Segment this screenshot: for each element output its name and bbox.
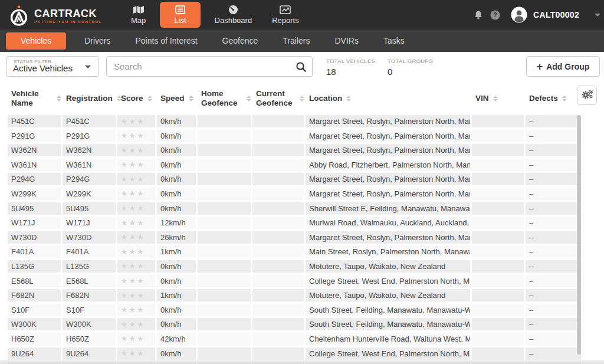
cell-vin <box>472 202 524 215</box>
cell-home-geofence <box>198 231 251 244</box>
score-empty-stars-icon: ★★★ <box>121 190 145 197</box>
notifications-bell-icon[interactable] <box>474 10 483 20</box>
cell-vehicle-name: W730D <box>8 231 61 244</box>
nav-dashboard[interactable]: Dashboard <box>209 0 258 29</box>
cell-vin <box>472 231 524 244</box>
tab-dvirs-label: DVIRs <box>334 36 358 45</box>
vertical-scrollbar[interactable] <box>577 115 581 355</box>
cartrack-app: CARTRACK PUTTING YOU IN CONTROL Map List <box>0 0 604 364</box>
table-row[interactable]: W730DW730D★★★26km/hMargaret Street, Rosl… <box>8 231 581 244</box>
cell-current-geofence <box>252 188 304 200</box>
sort-icon[interactable] <box>300 96 304 101</box>
sort-icon[interactable] <box>346 96 351 101</box>
tab-points-of-interest-label: Points of Interest <box>136 36 198 45</box>
column-header-home-geofence[interactable]: Home Geofence <box>198 89 252 108</box>
tab-geofence[interactable]: Geofence <box>210 32 271 50</box>
table-row[interactable]: W361NW361N★★★0km/hAbby Road, Fitzherbert… <box>8 159 581 171</box>
cell-home-geofence <box>198 217 251 229</box>
sort-icon[interactable] <box>189 96 193 101</box>
sort-icon[interactable] <box>562 96 567 101</box>
tab-vehicles[interactable]: Vehicles <box>6 32 66 50</box>
cartrack-logo-icon <box>8 3 29 29</box>
nav-dashboard-label: Dashboard <box>215 16 252 25</box>
column-label: Registration <box>66 94 113 103</box>
column-header-vin[interactable]: VIN <box>472 94 526 103</box>
sort-icon[interactable] <box>493 96 498 101</box>
sort-icon[interactable] <box>57 96 61 101</box>
table-row[interactable]: L135GL135G★★★0km/hMotutere, Taupo, Waika… <box>8 260 581 273</box>
cell-registration: S10F <box>63 304 116 316</box>
table-row[interactable]: P451CP451C★★★0km/hMargaret Street, Rosly… <box>8 115 581 127</box>
column-settings-button[interactable] <box>577 86 597 105</box>
column-header-current-geofence[interactable]: Current Geofence <box>252 89 306 108</box>
sort-icon[interactable] <box>247 96 251 101</box>
table-row[interactable] <box>8 362 581 364</box>
tab-vehicles-label: Vehicles <box>21 36 51 45</box>
cell-vehicle-name: W299K <box>8 188 61 200</box>
table-header: Vehicle Name Registration Score Speed Ho… <box>8 83 581 114</box>
table-row[interactable]: W171JW171J★★★12km/hMuriwai Road, Waimauk… <box>8 217 581 229</box>
cell-registration: W299K <box>63 188 116 200</box>
score-empty-stars-icon: ★★★ <box>121 147 145 154</box>
cell-home-geofence <box>198 260 251 273</box>
column-header-registration[interactable]: Registration <box>63 94 117 103</box>
cell-vin <box>472 159 524 171</box>
column-label: Speed <box>160 94 185 103</box>
cell-registration: F682N <box>63 289 116 301</box>
total-groups: TOTAL GROUPS 0 <box>388 58 433 77</box>
cell-speed: 0km/h <box>157 144 196 156</box>
total-vehicles-value: 18 <box>326 67 375 77</box>
table-row[interactable]: F401AF401A★★★1km/hMain Street, Roslyn, P… <box>8 245 581 258</box>
column-header-location[interactable]: Location <box>306 94 472 103</box>
table-row[interactable]: E568LE568L★★★0km/hCollege Street, West E… <box>8 275 581 287</box>
column-header-speed[interactable]: Speed <box>157 94 198 103</box>
status-filter-dropdown[interactable]: STATUS FILTER Active Vehicles <box>6 56 99 77</box>
status-filter-chevron-down-icon <box>85 65 91 68</box>
add-group-button[interactable]: + Add Group <box>526 56 600 77</box>
search-input[interactable] <box>107 57 312 76</box>
table-row[interactable]: 5U4955U495★★★0km/hSherwill Street E, Fei… <box>8 202 581 215</box>
cell-defects: – <box>526 289 581 301</box>
user-avatar[interactable] <box>511 6 527 23</box>
nav-map[interactable]: Map <box>125 0 152 29</box>
cell-speed: 0km/h <box>157 304 196 316</box>
column-header-vehicle-name[interactable]: Vehicle Name <box>8 89 63 108</box>
cell-registration: P291G <box>63 130 116 142</box>
cell-registration: P451C <box>63 115 116 127</box>
table-row[interactable]: P291GP291G★★★0km/hMargaret Street, Rosly… <box>8 130 581 142</box>
table-row[interactable]: F682NF682N★★★1km/hMotutere, Taupo, Waika… <box>8 289 581 301</box>
tab-tasks[interactable]: Tasks <box>371 32 417 50</box>
help-icon[interactable]: ? <box>490 10 500 20</box>
cell-home-geofence <box>198 159 251 171</box>
tab-trailers[interactable]: Trailers <box>270 32 322 50</box>
search-icon[interactable] <box>296 61 307 75</box>
table-row[interactable]: H650ZH650Z★★★42km/hCheltenham Huntervill… <box>8 333 581 345</box>
table-row[interactable]: W362NW362N★★★0km/hMargaret Street, Rosly… <box>8 144 581 156</box>
cartrack-logo[interactable]: CARTRACK PUTTING YOU IN CONTROL <box>8 3 102 29</box>
tab-drivers[interactable]: Drivers <box>72 32 123 50</box>
tab-points-of-interest[interactable]: Points of Interest <box>123 32 210 50</box>
nav-list[interactable]: List <box>160 2 200 28</box>
search-box <box>106 56 313 77</box>
cell-score: ★★★ <box>117 217 155 229</box>
column-header-defects[interactable]: Defects <box>526 94 581 103</box>
main-nav: Map List Dashboard Reports <box>125 0 305 29</box>
cell-registration: 9U264 <box>63 347 116 360</box>
table-row[interactable]: W299KW299K★★★0km/hMargaret Street, Rosly… <box>8 188 581 200</box>
table-row[interactable]: P294GP294G★★★0km/hMargaret Street, Rosly… <box>8 173 581 185</box>
table-row[interactable]: W300KW300K★★★0km/hSouth Street, Feilding… <box>8 318 581 330</box>
cell-vehicle-name: L135G <box>8 260 61 273</box>
table-row[interactable]: S10FS10F★★★0km/hSouth Street, Feilding, … <box>8 304 581 316</box>
cell-speed: 0km/h <box>157 188 196 200</box>
account-id[interactable]: CALT00002 <box>533 10 579 19</box>
cell-speed: 0km/h <box>157 260 196 273</box>
nav-reports[interactable]: Reports <box>266 0 305 29</box>
table-row[interactable]: 9U2649U264★★★0km/hCollege Street, West E… <box>8 347 581 360</box>
account-chevron-down-icon[interactable] <box>595 14 600 17</box>
cell-location: Abby Road, Fitzherbert, Palmerston North… <box>306 159 470 171</box>
column-header-score[interactable]: Score <box>117 94 157 103</box>
cell-speed: 0km/h <box>157 202 196 215</box>
sort-icon[interactable] <box>147 96 152 101</box>
tab-dvirs[interactable]: DVIRs <box>322 32 370 50</box>
cell-score: ★★★ <box>117 318 155 330</box>
